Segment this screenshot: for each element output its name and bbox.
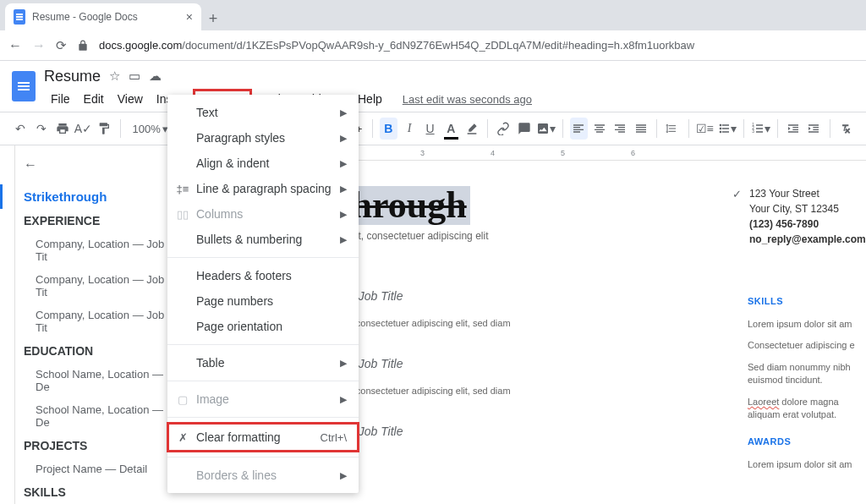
image-icon: ▢ [176,392,189,406]
numbered-list-icon[interactable]: 123▾ [751,118,770,140]
chevron-right-icon: ▶ [340,184,347,194]
link-icon[interactable] [495,118,512,140]
bold-button[interactable]: B [380,118,397,140]
decrease-indent-icon[interactable] [784,118,802,140]
outline-item[interactable]: Company, Location — Job Tit [24,233,176,268]
menu-view[interactable]: View [111,90,150,108]
forward-icon: → [32,38,46,53]
format-line-spacing[interactable]: ‡≡Line & paragraph spacing▶ [167,176,359,201]
zoom-select[interactable]: 100% ▾ [128,123,173,135]
clear-format-icon[interactable] [836,118,854,140]
back-icon[interactable]: ← [8,38,22,53]
underline-button[interactable]: U [421,118,439,140]
reload-icon[interactable]: ⟳ [56,38,67,53]
checklist-icon[interactable]: ☑≡ [696,118,714,140]
skill-text[interactable]: Laoreet dolore magna aliquam erat volutp… [748,396,856,422]
outline-item[interactable]: Project Name — Detail [24,457,176,480]
line-spacing-icon: ‡≡ [176,182,189,195]
contact-street: 123 Your Street [749,186,856,201]
chevron-right-icon: ▶ [340,394,347,405]
columns-icon: ▯▯ [176,207,189,221]
chevron-right-icon: ▶ [340,133,347,144]
docs-logo-icon[interactable] [12,71,36,101]
redo-icon[interactable]: ↷ [33,118,51,140]
contact-city: Your City, ST 12345 [749,201,856,216]
chevron-right-icon: ▶ [340,234,347,245]
line-spacing-icon[interactable] [664,118,682,140]
outline-item[interactable]: School Name, Location — De [24,363,176,398]
text-color-button[interactable]: A [442,118,460,140]
menu-file[interactable]: File [44,90,77,108]
format-align-indent[interactable]: Align & indent▶ [167,151,359,176]
chevron-right-icon: ▶ [340,358,347,369]
docs-header: Resume ☆ ▭ ☁ File Edit View Insert Forma… [0,61,866,110]
star-icon[interactable]: ☆ [109,68,120,84]
chevron-right-icon: ▶ [340,107,347,118]
comment-icon[interactable] [516,118,534,140]
outline-item[interactable]: School Name, Location — De [24,398,176,434]
bullet-list-icon[interactable]: ▾ [717,118,737,140]
format-text[interactable]: Text▶ [167,100,359,125]
browser-tab-strip: Resume - Google Docs × + [0,0,866,30]
tab-title: Resume - Google Docs [32,11,138,23]
menu-edit[interactable]: Edit [77,90,111,108]
edit-status[interactable]: Last edit was seconds ago [403,93,532,106]
skill-text[interactable]: Lorem ipsum dolor sit am [748,318,856,331]
skill-text[interactable]: Consectetuer adipiscing e [748,339,856,352]
contact-email: no_reply@example.com [749,232,856,247]
format-headers-footers[interactable]: Headers & footers [167,263,359,288]
highlight-button[interactable] [463,118,481,140]
chevron-right-icon: ▶ [340,158,347,169]
outline-item[interactable]: Strikethrough [0,184,176,209]
format-bullets-numbering[interactable]: Bullets & numbering▶ [167,227,359,252]
italic-button[interactable]: I [401,118,419,140]
format-clear-formatting[interactable]: ✗Clear formattingCtrl+\ [167,423,359,452]
outline-item[interactable]: Company, Location — Job Tit [24,268,176,304]
format-image: ▢Image▶ [167,386,359,412]
format-paragraph-styles[interactable]: Paragraph styles▶ [167,125,359,151]
format-page-numbers[interactable]: Page numbers [167,288,359,314]
cloud-icon[interactable]: ☁ [149,68,162,84]
document-title[interactable]: Resume [44,68,101,85]
chevron-right-icon: ▶ [340,470,347,481]
svg-text:3: 3 [752,129,754,134]
outline-item[interactable]: EXPERIENCE [24,209,176,233]
increase-indent-icon[interactable] [805,118,823,140]
format-dropdown: Text▶ Paragraph styles▶ Align & indent▶ … [167,95,359,493]
contact-block[interactable]: ✓ 123 Your Street Your City, ST 12345 (1… [749,186,856,247]
paint-format-icon[interactable] [96,118,113,140]
section-skills[interactable]: SKILLS [748,296,856,306]
align-justify-icon[interactable] [633,118,650,140]
format-table[interactable]: Table▶ [167,350,359,375]
outline-item[interactable]: Company, Location — Job Tit [24,304,176,339]
new-tab-button[interactable]: + [201,7,225,30]
print-icon[interactable] [53,118,71,140]
lock-icon [77,40,89,52]
align-right-icon[interactable] [611,118,629,140]
image-icon[interactable]: ▾ [536,118,556,140]
award-text[interactable]: Lorem ipsum dolor sit am [748,458,856,471]
contact-phone: (123) 456-7890 [749,216,856,232]
browser-tab[interactable]: Resume - Google Docs × [5,3,201,30]
align-center-icon[interactable] [591,118,609,140]
browser-toolbar: ← → ⟳ docs.google.com/document/d/1KZEsPs… [0,30,866,61]
close-icon[interactable]: × [186,10,193,24]
spellcheck-icon[interactable]: A✓ [74,118,92,140]
format-page-orientation[interactable]: Page orientation [167,314,359,339]
shortcut-label: Ctrl+\ [321,431,347,444]
outline-item[interactable]: PROJECTS [24,434,176,457]
docs-toolbar: ↶ ↷ A✓ 100% ▾ 36+ B I U A ▾ ☑≡ ▾ 123▾ [0,112,866,145]
align-left-icon[interactable] [570,118,588,140]
section-awards[interactable]: AWARDS [748,436,856,446]
format-columns: ▯▯Columns▶ [167,201,359,227]
move-icon[interactable]: ▭ [129,68,140,84]
url-bar[interactable]: docs.google.com/document/d/1KZEsPsPVopQw… [99,39,694,52]
clear-format-icon: ✗ [176,430,189,444]
outline-item[interactable]: SKILLS [24,480,176,504]
undo-icon[interactable]: ↶ [12,118,30,140]
outline-back-icon[interactable]: ← [24,157,176,173]
check-icon: ✓ [732,186,742,203]
outline-item[interactable]: EDUCATION [24,339,176,363]
outline-panel: ← StrikethroughEXPERIENCECompany, Locati… [0,145,188,504]
skill-text[interactable]: Sed diam nonummy nibh euismod tincidunt. [748,361,856,387]
